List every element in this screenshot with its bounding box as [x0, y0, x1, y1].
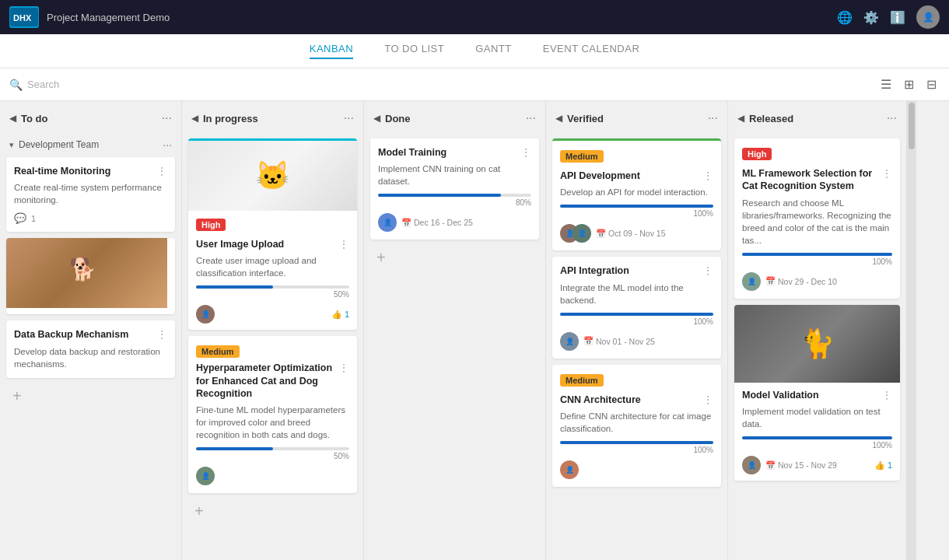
- progress-fill: [560, 441, 713, 444]
- card-date: 📅 Oct 09 - Nov 15: [596, 229, 666, 239]
- search-box[interactable]: 🔍 Search: [9, 79, 877, 91]
- card-title: Model Validation: [742, 389, 878, 401]
- card-menu-icon[interactable]: ⋮: [702, 394, 713, 406]
- verified-menu-icon[interactable]: ···: [708, 111, 718, 125]
- card-model-training[interactable]: Model Training ⋮ Implement CNN training …: [370, 138, 539, 240]
- tab-event-calendar[interactable]: EVENT CALENDAR: [543, 43, 640, 59]
- grid-view-button[interactable]: ⊟: [923, 74, 940, 95]
- kanban-board: ◀ To do ··· ▾ Development Team ··· Real-…: [0, 101, 949, 560]
- progress-label: 100%: [742, 441, 892, 450]
- user-avatar[interactable]: 👤: [916, 5, 940, 29]
- progress-bar: [560, 205, 713, 208]
- comment-icon: 💬: [14, 212, 26, 224]
- done-menu-icon[interactable]: ···: [526, 111, 536, 125]
- card-menu-icon[interactable]: ⋮: [338, 362, 349, 374]
- progress-bar: [378, 194, 531, 197]
- add-card-inprogress-button[interactable]: +: [188, 499, 357, 523]
- card-menu-icon[interactable]: ⋮: [881, 167, 892, 180]
- inprogress-menu-icon[interactable]: ···: [344, 111, 354, 125]
- like-count: 1: [345, 310, 349, 319]
- logo-area: DHX Project Management Demo: [9, 6, 170, 28]
- todo-collapse-icon[interactable]: ◀: [9, 113, 16, 124]
- todo-menu-icon[interactable]: ···: [162, 111, 172, 125]
- settings-icon[interactable]: ⚙️: [863, 10, 879, 25]
- card-api-development[interactable]: Medium API Development ⋮ Develop an API …: [552, 138, 721, 250]
- card-menu-icon[interactable]: ⋮: [702, 264, 713, 277]
- scrollbar-thumb[interactable]: [909, 103, 915, 149]
- card-menu-icon[interactable]: ⋮: [520, 146, 531, 159]
- card-menu-icon[interactable]: ⋮: [156, 165, 167, 177]
- card-footer: 👤 📅 Nov 29 - Dec 10: [742, 272, 892, 291]
- tab-todo-list[interactable]: TO DO LIST: [384, 43, 444, 59]
- card-avatar: 👤: [742, 272, 761, 291]
- date-text: Nov 01 - Nov 25: [596, 337, 655, 346]
- tab-kanban[interactable]: KANBAN: [310, 43, 353, 59]
- card-realtime-monitoring[interactable]: Real-time Monitoring ⋮ Create real-time …: [6, 157, 175, 232]
- priority-medium-badge: Medium: [560, 150, 604, 163]
- verified-collapse-icon[interactable]: ◀: [555, 113, 562, 124]
- add-card-done-button[interactable]: +: [370, 246, 539, 270]
- card-desc: Fine-tune ML model hyperparameters for i…: [196, 404, 349, 441]
- card-footer: 👤: [196, 467, 349, 485]
- like-icon: 👍: [874, 460, 885, 471]
- card-desc: Research and choose ML libraries/framewo…: [742, 197, 892, 247]
- card-user-image-upload[interactable]: 🐱 High User Image Upload ⋮ Create user i…: [188, 138, 357, 330]
- card-desc: Implement CNN training on cat dataset.: [378, 163, 531, 187]
- date-text: Nov 15 - Nov 29: [778, 460, 837, 470]
- card-dog-image[interactable]: 🐕: [6, 238, 175, 314]
- like-icon: 👍: [331, 310, 342, 320]
- search-label: Search: [27, 79, 59, 90]
- add-column-button[interactable]: ⊞: [901, 74, 917, 95]
- card-avatar: 👤: [742, 456, 761, 474]
- card-model-validation[interactable]: 🐈 Model Validation ⋮ Implement model val…: [734, 305, 900, 481]
- card-avatar: 👤: [196, 467, 215, 485]
- card-date: 📅 Nov 29 - Dec 10: [765, 276, 837, 286]
- card-hyperparameter[interactable]: Medium Hyperparameter Optimization for E…: [188, 336, 357, 493]
- card-cnn-architecture[interactable]: Medium CNN Architecture ⋮ Define CNN arc…: [552, 365, 721, 487]
- card-desc: Define CNN architecture for cat image cl…: [560, 410, 713, 435]
- dog-image: 🐕: [6, 238, 167, 308]
- card-desc: Integrate the ML model into the backend.: [560, 282, 713, 306]
- list-view-button[interactable]: ☰: [877, 74, 895, 95]
- card-data-backup[interactable]: Data Backup Mechanism ⋮ Develop data bac…: [6, 320, 175, 377]
- column-released: ◀ Released ··· High ML Framework Selecti…: [728, 101, 907, 560]
- progress-bar: [560, 313, 713, 316]
- card-menu-icon[interactable]: ⋮: [156, 328, 167, 341]
- progress-label: 50%: [196, 452, 349, 460]
- card-api-integration[interactable]: API Integration ⋮ Integrate the ML model…: [552, 257, 721, 358]
- globe-icon[interactable]: 🌐: [837, 10, 853, 25]
- card-footer: 👤 📅 Dec 16 - Dec 25: [378, 213, 531, 232]
- calendar-icon: 📅: [401, 218, 411, 228]
- card-menu-icon[interactable]: ⋮: [702, 170, 713, 182]
- column-todo-header: ◀ To do ···: [0, 101, 181, 135]
- top-navigation: DHX Project Management Demo 🌐 ⚙️ ℹ️ 👤: [0, 0, 949, 34]
- verified-cards: Medium API Development ⋮ Develop an API …: [546, 135, 727, 560]
- add-card-button[interactable]: +: [6, 384, 175, 408]
- progress-fill: [196, 285, 273, 289]
- card-date: 📅 Nov 15 - Nov 29: [765, 460, 837, 471]
- date-text: Oct 09 - Nov 15: [608, 229, 666, 238]
- inprogress-collapse-icon[interactable]: ◀: [191, 113, 198, 124]
- card-footer: 👤: [560, 460, 713, 479]
- calendar-icon: 📅: [765, 276, 776, 286]
- group-menu-icon[interactable]: ···: [163, 138, 172, 151]
- column-todo: ◀ To do ··· ▾ Development Team ··· Real-…: [0, 101, 182, 560]
- released-menu-icon[interactable]: ···: [887, 111, 897, 125]
- card-menu-icon[interactable]: ⋮: [881, 389, 892, 401]
- scrollbar[interactable]: [907, 101, 916, 560]
- progress-fill: [378, 194, 501, 197]
- priority-high-badge: High: [196, 219, 226, 231]
- card-title: API Development: [560, 170, 699, 182]
- done-collapse-icon[interactable]: ◀: [373, 113, 380, 124]
- card-ml-framework[interactable]: High ML Framework Selection for Cat Reco…: [734, 138, 900, 299]
- done-title: Done: [385, 113, 521, 124]
- progress-bar: [196, 447, 349, 450]
- tab-gantt[interactable]: GANTT: [475, 43, 512, 59]
- card-menu-icon[interactable]: ⋮: [338, 238, 349, 250]
- group-arrow-icon[interactable]: ▾: [9, 140, 14, 150]
- card-desc: Develop data backup and restoration mech…: [14, 345, 167, 370]
- released-collapse-icon[interactable]: ◀: [737, 113, 744, 124]
- card-title: API Integration: [560, 264, 699, 277]
- info-icon[interactable]: ℹ️: [890, 10, 905, 25]
- progress-label: 80%: [378, 198, 531, 207]
